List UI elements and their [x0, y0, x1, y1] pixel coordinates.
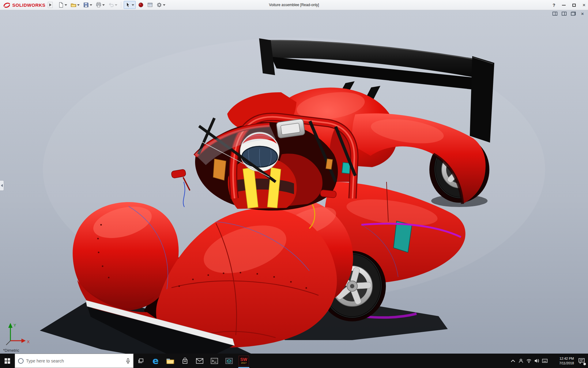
minimize-button[interactable] — [562, 5, 566, 6]
expand-panel-arrow-icon — [1, 184, 3, 187]
standard-toolbar — [57, 1, 167, 9]
toolbar-separator — [121, 2, 121, 8]
right-wing-mirror[interactable] — [320, 190, 337, 198]
graphics-viewport[interactable]: × — [0, 10, 588, 354]
appearance-button[interactable] — [137, 1, 145, 9]
document-restore-icon[interactable] — [571, 12, 576, 16]
clock-time: 12:42 PM — [549, 356, 574, 361]
feature-manager-collapsed-tab[interactable] — [0, 180, 4, 191]
tray-volume-button[interactable] — [533, 354, 541, 368]
x-axis-label: X — [27, 339, 30, 344]
command-prompt-icon — [211, 358, 218, 364]
y-axis-label: Y — [13, 323, 16, 328]
dark-app-button[interactable] — [222, 354, 236, 368]
print-icon — [96, 2, 101, 8]
view-orientation-label: *Dimetric — [3, 348, 19, 353]
expand-arrow-icon — [49, 3, 51, 6]
close-button[interactable]: × — [582, 2, 586, 8]
orange-panel-right — [326, 159, 333, 169]
task-view-button[interactable] — [134, 354, 148, 368]
window-controls: ? × — [553, 0, 586, 10]
action-center-button[interactable] — [575, 354, 588, 368]
mail-button[interactable] — [192, 354, 207, 368]
person-icon — [518, 358, 523, 363]
speaker-icon — [534, 358, 540, 363]
wifi-icon — [526, 359, 532, 363]
undo-button[interactable] — [107, 1, 119, 9]
tray-expand-button[interactable] — [509, 354, 517, 368]
save-button[interactable] — [82, 1, 93, 9]
taskbar-clock[interactable]: 12:42 PM 7/11/2018 — [549, 356, 575, 366]
clock-date: 7/11/2018 — [549, 361, 574, 366]
help-button[interactable]: ? — [553, 3, 556, 8]
system-tray: 12:42 PM 7/11/2018 — [509, 354, 588, 368]
document-window-controls: × — [552, 12, 585, 16]
edge-icon: e — [153, 356, 159, 366]
task-view-icon — [138, 358, 144, 364]
taskbar-search[interactable] — [15, 354, 134, 368]
3ds-logo-icon — [3, 2, 10, 8]
tray-keyboard-button[interactable] — [541, 354, 549, 368]
new-document-icon — [58, 2, 64, 8]
file-explorer-button[interactable] — [163, 354, 178, 368]
dropdown-caret-icon[interactable] — [102, 4, 105, 6]
solidworks-logo: SOLIDWORKS — [0, 2, 48, 8]
store-bag-icon — [182, 358, 188, 364]
brand-text: SOLIDWORKS — [12, 2, 45, 8]
edge-button[interactable]: e — [148, 354, 163, 368]
dark-app-icon — [225, 358, 233, 364]
split-view-left-icon[interactable] — [552, 12, 557, 16]
file-explorer-icon — [166, 358, 174, 364]
microphone-icon[interactable] — [126, 358, 130, 364]
touch-keyboard-icon — [542, 359, 548, 363]
orientation-triad: Y X — [3, 321, 32, 347]
windows-taskbar: e SW 20 — [0, 354, 588, 368]
new-document-button[interactable] — [57, 1, 68, 9]
undo-icon — [108, 2, 114, 8]
search-icon — [18, 358, 24, 364]
notification-badge — [583, 363, 586, 365]
open-button[interactable] — [70, 1, 81, 9]
open-folder-icon — [71, 2, 76, 8]
options-gear-icon — [156, 2, 162, 8]
dropdown-caret-icon[interactable] — [90, 4, 92, 6]
tray-network-button[interactable] — [525, 354, 533, 368]
dropdown-caret-icon[interactable] — [77, 4, 80, 6]
appearance-sphere-icon — [138, 2, 144, 8]
dropdown-caret-icon[interactable] — [115, 4, 117, 6]
dropdown-caret-icon[interactable] — [132, 4, 134, 6]
windows-logo-icon — [5, 358, 10, 364]
chevron-up-icon — [511, 359, 515, 362]
3d-model-race-car[interactable] — [0, 10, 588, 354]
print-button[interactable] — [95, 1, 106, 9]
document-close-icon[interactable]: × — [580, 12, 585, 16]
menu-expand-button[interactable] — [48, 2, 53, 8]
tray-people-button[interactable] — [517, 354, 525, 368]
store-button[interactable] — [178, 354, 192, 368]
start-button[interactable] — [0, 354, 15, 368]
design-table-button[interactable] — [146, 1, 154, 9]
search-input[interactable] — [26, 358, 123, 363]
maximize-button[interactable] — [572, 4, 576, 7]
select-button[interactable] — [124, 1, 136, 9]
rear-view-mirror[interactable] — [276, 119, 305, 138]
app-menubar: SOLIDWORKS — [0, 0, 588, 10]
dropdown-caret-icon[interactable] — [65, 4, 67, 6]
dropdown-caret-icon[interactable] — [163, 4, 165, 6]
options-button[interactable] — [155, 1, 167, 9]
design-table-icon — [147, 2, 153, 8]
select-arrow-icon — [125, 2, 131, 8]
split-view-right-icon[interactable] — [562, 12, 567, 16]
solidworks-app-icon: SW 2017 — [239, 356, 249, 366]
command-prompt-button[interactable] — [207, 354, 222, 368]
save-floppy-icon — [83, 2, 89, 8]
solidworks-taskbar-button[interactable]: SW 2017 — [236, 354, 251, 368]
mail-icon — [196, 358, 203, 364]
orange-panel-left — [213, 159, 226, 180]
